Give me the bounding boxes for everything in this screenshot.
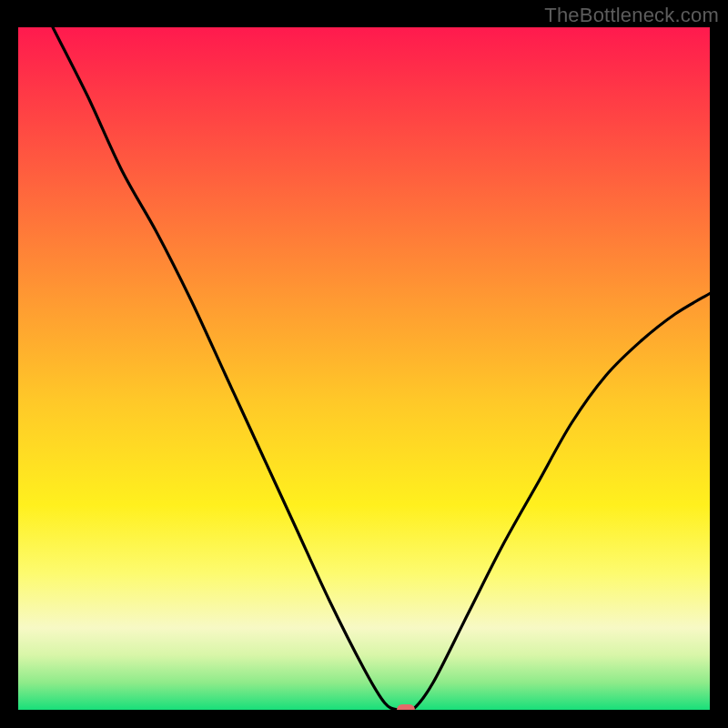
plot-area [18,27,710,710]
optimal-marker [397,704,415,710]
watermark-text: TheBottleneck.com [544,4,719,27]
bottleneck-curve [18,27,710,710]
chart-frame: TheBottleneck.com [0,0,728,728]
